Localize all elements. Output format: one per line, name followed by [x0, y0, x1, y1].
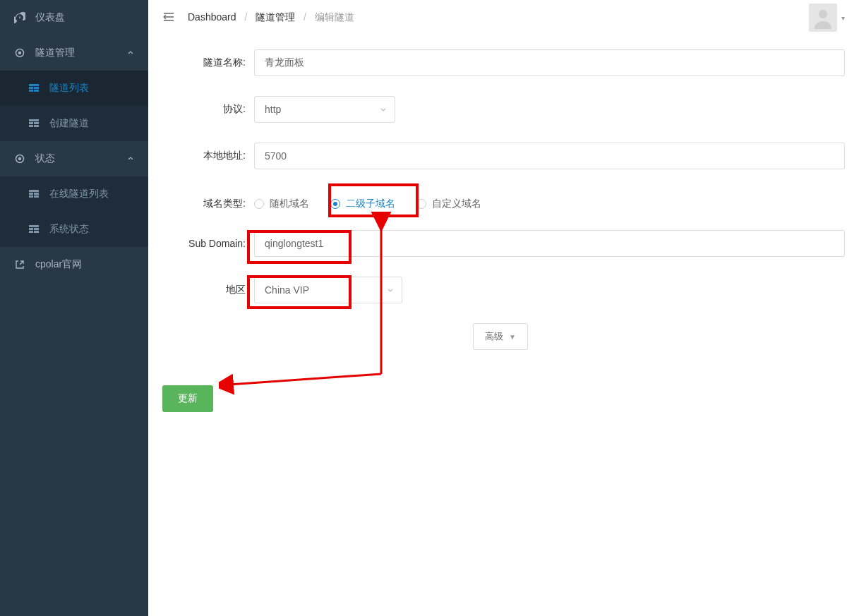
svg-rect-6 [34, 90, 39, 92]
sidebar-label: 状态 [35, 152, 55, 165]
svg-rect-3 [29, 87, 33, 89]
svg-rect-7 [29, 119, 39, 121]
svg-point-24 [819, 10, 827, 18]
svg-line-26 [229, 374, 381, 385]
circle-dot-icon [14, 153, 25, 164]
svg-rect-23 [34, 231, 39, 233]
label-local-addr: 本地地址: [162, 150, 254, 162]
label-tunnel-name: 隧道名称: [162, 56, 254, 69]
caret-down-icon: ▼ [509, 333, 516, 341]
circle-dot-icon [14, 47, 25, 59]
svg-rect-17 [29, 195, 33, 198]
region-value[interactable] [254, 277, 402, 303]
radio-label: 自定义域名 [432, 198, 481, 210]
submit-button[interactable]: 更新 [162, 385, 213, 412]
label-protocol: 协议: [162, 103, 254, 116]
breadcrumb-sep: / [304, 11, 306, 23]
svg-rect-22 [29, 231, 33, 233]
svg-rect-19 [29, 225, 39, 227]
sidebar-item-cpolar-site[interactable]: cpolar官网 [0, 247, 148, 282]
chevron-up-icon [127, 153, 134, 164]
radio-icon [330, 199, 340, 209]
table-icon [28, 224, 40, 235]
radio-icon [416, 199, 426, 209]
sidebar-label: 创建隧道 [49, 117, 89, 130]
sidebar-item-tunnel-mgmt[interactable]: 隧道管理 [0, 35, 148, 71]
svg-rect-11 [34, 125, 39, 127]
sidebar-item-status[interactable]: 状态 [0, 141, 148, 176]
sidebar-label: 仪表盘 [35, 11, 65, 24]
radio-custom-domain[interactable]: 自定义域名 [416, 198, 481, 210]
svg-rect-8 [29, 122, 33, 124]
user-menu[interactable]: ▾ [809, 4, 845, 32]
sidebar: 仪表盘 隧道管理 隧道列表 创建隧道 [0, 0, 148, 616]
gauge-icon [14, 12, 25, 23]
breadcrumb: Dashboard / 隧道管理 / 编辑隧道 [188, 11, 354, 24]
svg-rect-4 [34, 87, 39, 89]
breadcrumb-sep: / [244, 11, 247, 23]
table-icon [28, 118, 40, 129]
advanced-label: 高级 [485, 330, 503, 343]
radio-label: 随机域名 [270, 198, 309, 210]
sidebar-label: 隧道管理 [35, 47, 75, 59]
menu-toggle-icon[interactable] [162, 11, 175, 25]
svg-point-13 [19, 158, 21, 160]
sidebar-item-online-tunnels[interactable]: 在线隧道列表 [0, 176, 148, 212]
avatar-icon [809, 4, 837, 32]
subdomain-input[interactable] [254, 230, 845, 257]
radio-random-domain[interactable]: 随机域名 [254, 198, 309, 210]
domain-type-radios: 随机域名 二级子域名 自定义域名 [254, 198, 481, 210]
sidebar-item-system-status[interactable]: 系统状态 [0, 212, 148, 247]
sidebar-label: 隧道列表 [49, 82, 89, 95]
breadcrumb-root[interactable]: Dashboard [188, 11, 236, 23]
sidebar-label: cpolar官网 [35, 258, 82, 271]
caret-down-icon: ▾ [841, 14, 845, 22]
svg-rect-10 [29, 125, 33, 127]
table-icon [28, 83, 40, 94]
radio-label: 二级子域名 [346, 198, 395, 210]
svg-rect-16 [34, 193, 39, 195]
svg-rect-21 [34, 228, 39, 230]
sidebar-item-dashboard[interactable]: 仪表盘 [0, 0, 148, 35]
topbar: Dashboard / 隧道管理 / 编辑隧道 ▾ [148, 0, 859, 35]
advanced-button[interactable]: 高级 ▼ [473, 323, 528, 350]
svg-rect-5 [29, 90, 33, 92]
form-area: 隧道名称: 协议: 本地地址: 域名类型: [148, 35, 859, 426]
label-region: 地区 [162, 284, 254, 296]
svg-rect-20 [29, 228, 33, 230]
local-addr-input[interactable] [254, 143, 845, 169]
region-select[interactable] [254, 277, 402, 303]
label-subdomain: Sub Domain: [162, 238, 254, 249]
protocol-value[interactable] [254, 96, 395, 123]
breadcrumb-current: 编辑隧道 [315, 11, 354, 23]
svg-rect-15 [29, 193, 33, 195]
sidebar-item-tunnel-list[interactable]: 隧道列表 [0, 71, 148, 106]
tunnel-name-input[interactable] [254, 49, 845, 76]
svg-rect-18 [34, 195, 39, 198]
radio-icon [254, 199, 264, 209]
main-content: Dashboard / 隧道管理 / 编辑隧道 ▾ 隧道名称: 协议: [148, 0, 859, 616]
svg-point-1 [19, 52, 21, 54]
sidebar-label: 在线隧道列表 [49, 188, 109, 200]
label-domain-type: 域名类型: [162, 198, 254, 210]
sidebar-item-create-tunnel[interactable]: 创建隧道 [0, 106, 148, 141]
table-icon [28, 188, 40, 200]
radio-sub-domain[interactable]: 二级子域名 [330, 198, 395, 210]
sidebar-label: 系统状态 [49, 223, 89, 236]
breadcrumb-section[interactable]: 隧道管理 [256, 11, 295, 23]
protocol-select[interactable] [254, 96, 395, 123]
svg-rect-14 [29, 190, 39, 192]
chevron-up-icon [127, 47, 134, 59]
svg-rect-9 [34, 122, 39, 124]
external-link-icon [14, 259, 25, 270]
svg-rect-2 [29, 84, 39, 86]
